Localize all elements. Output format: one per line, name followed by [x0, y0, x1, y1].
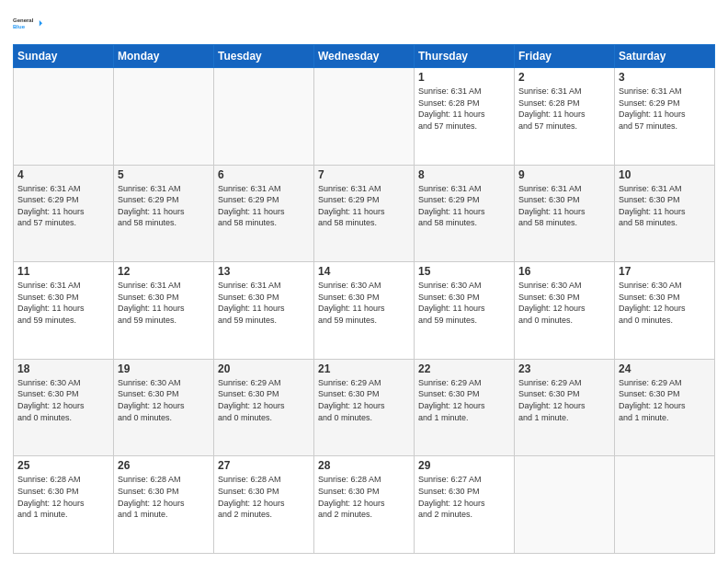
- day-info: Sunrise: 6:27 AM Sunset: 6:30 PM Dayligh…: [418, 474, 510, 520]
- day-number: 3: [619, 71, 711, 84]
- day-info: Sunrise: 6:30 AM Sunset: 6:30 PM Dayligh…: [518, 280, 610, 326]
- day-info: Sunrise: 6:31 AM Sunset: 6:29 PM Dayligh…: [17, 183, 109, 229]
- day-number: 24: [619, 362, 711, 375]
- calendar-table: SundayMondayTuesdayWednesdayThursdayFrid…: [13, 44, 715, 554]
- calendar-cell: 17Sunrise: 6:30 AM Sunset: 6:30 PM Dayli…: [615, 262, 715, 360]
- day-number: 12: [118, 265, 210, 278]
- day-info: Sunrise: 6:31 AM Sunset: 6:29 PM Dayligh…: [218, 183, 310, 229]
- calendar-cell: 22Sunrise: 6:29 AM Sunset: 6:30 PM Dayli…: [415, 359, 515, 456]
- day-number: 26: [118, 459, 210, 472]
- day-info: Sunrise: 6:29 AM Sunset: 6:30 PM Dayligh…: [218, 377, 310, 423]
- day-number: 16: [518, 265, 610, 278]
- day-info: Sunrise: 6:31 AM Sunset: 6:29 PM Dayligh…: [619, 86, 711, 132]
- calendar-week-row: 4Sunrise: 6:31 AM Sunset: 6:29 PM Daylig…: [14, 165, 715, 262]
- calendar-cell: 10Sunrise: 6:31 AM Sunset: 6:30 PM Dayli…: [615, 165, 715, 262]
- day-number: 7: [318, 168, 410, 181]
- svg-marker-2: [40, 20, 42, 26]
- day-number: 8: [418, 168, 510, 181]
- day-number: 21: [318, 362, 410, 375]
- calendar-cell: 29Sunrise: 6:27 AM Sunset: 6:30 PM Dayli…: [415, 456, 515, 554]
- day-number: 11: [17, 265, 109, 278]
- calendar-cell: 8Sunrise: 6:31 AM Sunset: 6:29 PM Daylig…: [415, 165, 515, 262]
- calendar-cell: 23Sunrise: 6:29 AM Sunset: 6:30 PM Dayli…: [515, 359, 615, 456]
- calendar-cell: 18Sunrise: 6:30 AM Sunset: 6:30 PM Dayli…: [14, 359, 114, 456]
- calendar-week-row: 18Sunrise: 6:30 AM Sunset: 6:30 PM Dayli…: [14, 359, 715, 456]
- day-info: Sunrise: 6:29 AM Sunset: 6:30 PM Dayligh…: [619, 377, 711, 423]
- calendar-cell: 25Sunrise: 6:28 AM Sunset: 6:30 PM Dayli…: [14, 456, 114, 554]
- calendar-cell: 3Sunrise: 6:31 AM Sunset: 6:29 PM Daylig…: [615, 68, 715, 166]
- day-info: Sunrise: 6:31 AM Sunset: 6:29 PM Dayligh…: [318, 183, 410, 229]
- day-info: Sunrise: 6:30 AM Sunset: 6:30 PM Dayligh…: [418, 280, 510, 326]
- calendar-cell: 20Sunrise: 6:29 AM Sunset: 6:30 PM Dayli…: [214, 359, 314, 456]
- day-info: Sunrise: 6:29 AM Sunset: 6:30 PM Dayligh…: [518, 377, 610, 423]
- page-container: General Blue SundayMondayTuesdayWednesda…: [0, 0, 728, 563]
- day-header-thursday: Thursday: [415, 45, 515, 68]
- svg-text:Blue: Blue: [13, 24, 26, 29]
- day-info: Sunrise: 6:30 AM Sunset: 6:30 PM Dayligh…: [118, 377, 210, 423]
- day-number: 29: [418, 459, 510, 472]
- calendar-cell: 6Sunrise: 6:31 AM Sunset: 6:29 PM Daylig…: [214, 165, 314, 262]
- calendar-cell: [114, 68, 214, 166]
- day-info: Sunrise: 6:29 AM Sunset: 6:30 PM Dayligh…: [318, 377, 410, 423]
- day-header-wednesday: Wednesday: [314, 45, 415, 68]
- svg-text:General: General: [13, 17, 34, 23]
- calendar-cell: 26Sunrise: 6:28 AM Sunset: 6:30 PM Dayli…: [114, 456, 214, 554]
- calendar-cell: 4Sunrise: 6:31 AM Sunset: 6:29 PM Daylig…: [14, 165, 114, 262]
- calendar-cell: 11Sunrise: 6:31 AM Sunset: 6:30 PM Dayli…: [14, 262, 114, 360]
- calendar-cell: [314, 68, 415, 166]
- day-info: Sunrise: 6:28 AM Sunset: 6:30 PM Dayligh…: [218, 474, 310, 520]
- day-number: 2: [518, 71, 610, 84]
- day-number: 20: [218, 362, 310, 375]
- day-number: 15: [418, 265, 510, 278]
- calendar-cell: 12Sunrise: 6:31 AM Sunset: 6:30 PM Dayli…: [114, 262, 214, 360]
- day-info: Sunrise: 6:31 AM Sunset: 6:30 PM Dayligh…: [17, 280, 109, 326]
- calendar-cell: 1Sunrise: 6:31 AM Sunset: 6:28 PM Daylig…: [415, 68, 515, 166]
- day-info: Sunrise: 6:30 AM Sunset: 6:30 PM Dayligh…: [17, 377, 109, 423]
- day-header-saturday: Saturday: [615, 45, 715, 68]
- day-number: 17: [619, 265, 711, 278]
- day-number: 22: [418, 362, 510, 375]
- day-info: Sunrise: 6:31 AM Sunset: 6:28 PM Dayligh…: [518, 86, 610, 132]
- day-number: 19: [118, 362, 210, 375]
- day-header-sunday: Sunday: [14, 45, 114, 68]
- day-number: 23: [518, 362, 610, 375]
- calendar-header-row: SundayMondayTuesdayWednesdayThursdayFrid…: [14, 45, 715, 68]
- day-number: 1: [418, 71, 510, 84]
- header: General Blue: [13, 9, 715, 39]
- calendar-cell: 27Sunrise: 6:28 AM Sunset: 6:30 PM Dayli…: [214, 456, 314, 554]
- day-header-tuesday: Tuesday: [214, 45, 314, 68]
- calendar-week-row: 25Sunrise: 6:28 AM Sunset: 6:30 PM Dayli…: [14, 456, 715, 554]
- calendar-cell: 7Sunrise: 6:31 AM Sunset: 6:29 PM Daylig…: [314, 165, 415, 262]
- day-header-friday: Friday: [515, 45, 615, 68]
- day-info: Sunrise: 6:30 AM Sunset: 6:30 PM Dayligh…: [318, 280, 410, 326]
- calendar-cell: 28Sunrise: 6:28 AM Sunset: 6:30 PM Dayli…: [314, 456, 415, 554]
- calendar-week-row: 1Sunrise: 6:31 AM Sunset: 6:28 PM Daylig…: [14, 68, 715, 166]
- day-number: 13: [218, 265, 310, 278]
- logo: General Blue: [13, 9, 42, 39]
- day-number: 18: [17, 362, 109, 375]
- calendar-cell: [214, 68, 314, 166]
- calendar-cell: 16Sunrise: 6:30 AM Sunset: 6:30 PM Dayli…: [515, 262, 615, 360]
- day-info: Sunrise: 6:31 AM Sunset: 6:30 PM Dayligh…: [218, 280, 310, 326]
- calendar-cell: [615, 456, 715, 554]
- day-info: Sunrise: 6:28 AM Sunset: 6:30 PM Dayligh…: [118, 474, 210, 520]
- calendar-cell: 9Sunrise: 6:31 AM Sunset: 6:30 PM Daylig…: [515, 165, 615, 262]
- calendar-cell: 2Sunrise: 6:31 AM Sunset: 6:28 PM Daylig…: [515, 68, 615, 166]
- day-header-monday: Monday: [114, 45, 214, 68]
- calendar-cell: 19Sunrise: 6:30 AM Sunset: 6:30 PM Dayli…: [114, 359, 214, 456]
- day-info: Sunrise: 6:31 AM Sunset: 6:29 PM Dayligh…: [418, 183, 510, 229]
- day-info: Sunrise: 6:31 AM Sunset: 6:29 PM Dayligh…: [118, 183, 210, 229]
- day-number: 4: [17, 168, 109, 181]
- day-info: Sunrise: 6:31 AM Sunset: 6:30 PM Dayligh…: [619, 183, 711, 229]
- calendar-cell: [14, 68, 114, 166]
- calendar-cell: 13Sunrise: 6:31 AM Sunset: 6:30 PM Dayli…: [214, 262, 314, 360]
- day-number: 25: [17, 459, 109, 472]
- logo-svg: General Blue: [13, 9, 42, 39]
- day-info: Sunrise: 6:29 AM Sunset: 6:30 PM Dayligh…: [418, 377, 510, 423]
- day-number: 10: [619, 168, 711, 181]
- calendar-week-row: 11Sunrise: 6:31 AM Sunset: 6:30 PM Dayli…: [14, 262, 715, 360]
- day-info: Sunrise: 6:28 AM Sunset: 6:30 PM Dayligh…: [318, 474, 410, 520]
- calendar-cell: 21Sunrise: 6:29 AM Sunset: 6:30 PM Dayli…: [314, 359, 415, 456]
- day-number: 6: [218, 168, 310, 181]
- day-number: 27: [218, 459, 310, 472]
